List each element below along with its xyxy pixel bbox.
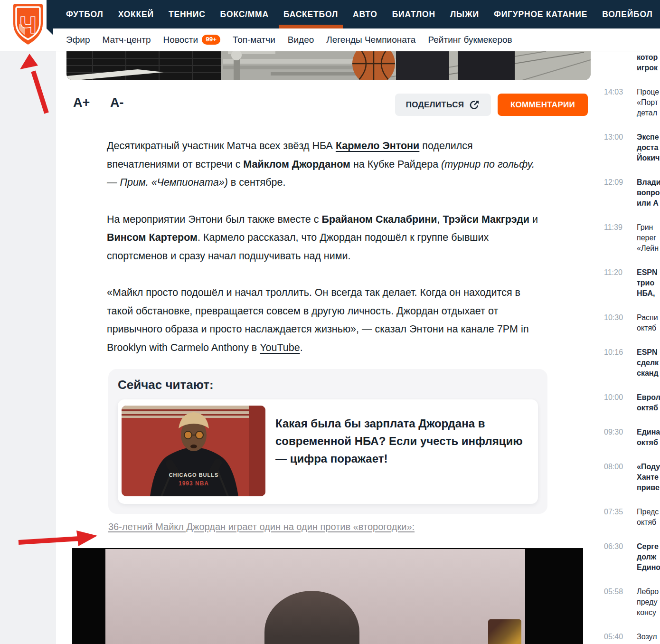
share-icon <box>469 99 480 111</box>
news-time: 09:30 <box>604 427 628 448</box>
news-feed-item[interactable]: 06:30СергедолжЕдино <box>604 541 660 573</box>
primary-nav-item[interactable]: ВОЛЕЙБОЛ <box>602 0 652 28</box>
news-text: «ПодуХантеприве <box>637 462 660 493</box>
news-feed-item[interactable]: 12:09Владивопроили А <box>604 177 660 208</box>
article-paragraph: «Майкл просто подошёл и начал троллить. … <box>107 284 540 357</box>
secondary-nav-item[interactable]: Видео <box>288 35 314 45</box>
news-feed-item[interactable]: 09:30Единаоктяб <box>604 427 660 448</box>
site-header: ФУТБОЛХОККЕЙТЕННИСБОКС/ММАБАСКЕТБОЛАВТОБ… <box>0 0 660 51</box>
text-segment: Майклом Джорданом <box>243 159 350 170</box>
secondary-nav-item[interactable]: Рейтинг букмекеров <box>428 35 512 45</box>
news-time: 13:00 <box>604 132 628 163</box>
news-feed-item[interactable]: 05:58Лебропредуконсу <box>604 587 660 618</box>
secondary-nav-label: Легенды Чемпионата <box>326 35 415 45</box>
news-time: 05:58 <box>604 587 628 618</box>
news-feed-item[interactable]: 11:39Гринперег«Лейн <box>604 222 660 254</box>
article-body: Десятикратный участник Матча всех звёзд … <box>107 137 540 375</box>
primary-nav-item[interactable]: БАСКЕТБОЛ <box>283 0 338 28</box>
news-time: 14:03 <box>604 87 628 118</box>
news-text: Зозулкома <box>637 632 657 644</box>
font-increase-button[interactable]: A+ <box>73 95 90 110</box>
primary-nav-item[interactable]: АВТО <box>353 0 377 28</box>
news-text: СергедолжЕдино <box>637 541 660 573</box>
news-time <box>604 52 628 73</box>
news-text: которигрок <box>637 52 658 73</box>
hero-image <box>66 51 591 80</box>
news-time: 07:35 <box>604 507 628 528</box>
news-feed: которигрок14:03Проце«Портдетал13:00Экспе… <box>604 52 660 644</box>
news-feed-item[interactable]: которигрок <box>604 52 660 73</box>
now-reading-card[interactable]: CHICAGO BULLS 1993 NBA Какая была бы зар… <box>118 399 538 504</box>
news-time: 08:00 <box>604 462 628 493</box>
secondary-nav-item[interactable]: Легенды Чемпионата <box>326 35 415 45</box>
secondary-nav-item[interactable]: Эфир <box>66 35 90 45</box>
share-button[interactable]: ПОДЕЛИТЬСЯ <box>395 94 491 116</box>
primary-nav-item[interactable]: ФИГУРНОЕ КАТАНИЕ <box>494 0 587 28</box>
secondary-nav-label: Эфир <box>66 35 90 45</box>
news-text: Распиоктяб <box>637 313 658 333</box>
text-segment: Трэйси Макгрэди <box>443 214 530 225</box>
news-text: Евролоктяб <box>637 392 660 413</box>
comments-button[interactable]: КОММЕНТАРИИ <box>498 94 588 116</box>
video-player[interactable] <box>72 548 583 644</box>
news-text: ESPNтриоНБА, <box>637 267 658 299</box>
secondary-nav-label: Рейтинг букмекеров <box>428 35 512 45</box>
text-segment: Брайаном Скалабрини <box>321 214 437 225</box>
news-feed-item[interactable]: 11:20ESPNтриоНБА, <box>604 267 660 299</box>
inline-link[interactable]: Кармело Энтони <box>336 140 419 152</box>
news-feed-item[interactable]: 10:00Евролоктяб <box>604 392 660 413</box>
news-feed-item[interactable]: 14:03Проце«Портдетал <box>604 87 660 118</box>
news-time: 10:30 <box>604 313 628 333</box>
news-feed-item[interactable]: 13:00ЭкспедостаЙокич <box>604 132 660 163</box>
inline-link[interactable]: YouTube <box>260 342 300 353</box>
font-decrease-button[interactable]: A- <box>110 95 124 110</box>
card-headline: Какая была бы зарплата Джордана в соврем… <box>275 415 526 467</box>
article-paragraph: На мероприятии Энтони был также вместе с… <box>107 210 540 265</box>
text-segment: Винсом Картером <box>107 232 198 243</box>
news-feed-item[interactable]: 10:16ESPNсделксканд <box>604 347 660 379</box>
now-reading-block: Сейчас читают: <box>108 369 547 514</box>
news-text: Гринперег«Лейн <box>637 222 659 254</box>
secondary-nav-item[interactable]: Топ-матчи <box>233 35 275 45</box>
primary-nav-item[interactable]: БОКС/ММА <box>220 0 269 28</box>
news-time: 11:39 <box>604 222 628 254</box>
share-button-label: ПОДЕЛИТЬСЯ <box>406 100 464 110</box>
text-segment: На мероприятии Энтони был также вместе с <box>107 214 321 225</box>
news-count-badge: 99+ <box>202 35 220 45</box>
news-feed-item[interactable]: 05:40Зозулкома <box>604 632 660 644</box>
secondary-nav-label: Видео <box>288 35 314 45</box>
secondary-nav-item[interactable]: Новости99+ <box>163 35 220 45</box>
news-feed-item[interactable]: 10:30Распиоктяб <box>604 313 660 333</box>
news-time: 10:00 <box>604 392 628 413</box>
card-thumbnail: CHICAGO BULLS 1993 NBA <box>122 406 265 496</box>
text-segment: , <box>437 214 443 225</box>
navbar-ribbon-tail <box>47 28 53 35</box>
primary-nav: ФУТБОЛХОККЕЙТЕННИСБОКС/ММАБАСКЕТБОЛАВТОБ… <box>47 0 660 28</box>
primary-nav-item[interactable]: ТЕННИС <box>169 0 206 28</box>
text-segment: и <box>529 214 538 225</box>
secondary-nav-label: Новости <box>163 35 198 45</box>
left-gutter <box>0 51 56 644</box>
news-text: Проце«Портдетал <box>637 87 659 118</box>
news-time: 06:30 <box>604 541 628 573</box>
news-feed-item[interactable]: 08:00«ПодуХантеприве <box>604 462 660 493</box>
video-caption-link[interactable]: 36-летний Майкл Джордан играет один на о… <box>108 521 415 532</box>
video-frame <box>105 549 525 644</box>
news-text: Лебропредуконсу <box>637 587 659 618</box>
news-time: 05:40 <box>604 632 628 644</box>
news-time: 11:20 <box>604 267 628 299</box>
secondary-nav-label: Матч-центр <box>102 35 151 45</box>
news-text: Владивопроили А <box>637 177 660 208</box>
primary-nav-item[interactable]: ФУТБОЛ <box>66 0 104 28</box>
primary-nav-item[interactable]: БИАТЛОН <box>392 0 435 28</box>
primary-nav-item[interactable]: ЛЫЖИ <box>450 0 479 28</box>
now-reading-title: Сейчас читают: <box>118 378 214 392</box>
text-segment: в сентябре. <box>228 177 286 188</box>
secondary-nav-item[interactable]: Матч-центр <box>102 35 151 45</box>
logo-letter: Ч <box>20 12 36 38</box>
news-feed-item[interactable]: 07:35Предсоктяб <box>604 507 660 528</box>
news-text: Единаоктяб <box>637 427 660 448</box>
championat-logo[interactable]: Ч <box>12 3 44 46</box>
text-segment: на Кубке Райдера <box>350 159 441 170</box>
primary-nav-item[interactable]: ХОККЕЙ <box>118 0 154 28</box>
